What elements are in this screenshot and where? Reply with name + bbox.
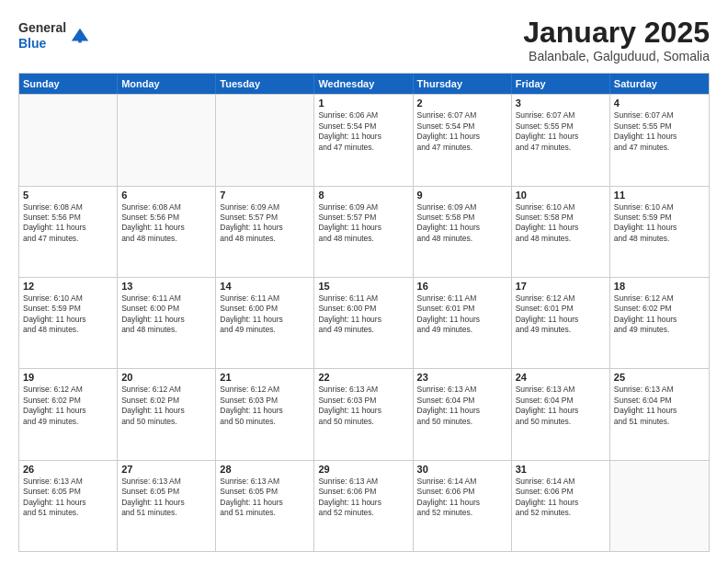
cell-info-line: Sunset: 6:04 PM: [417, 396, 507, 406]
calendar-cell: 30Sunrise: 6:14 AMSunset: 6:06 PMDayligh…: [414, 461, 512, 551]
day-number: 19: [23, 372, 113, 383]
cell-info-line: and 51 minutes.: [121, 508, 211, 518]
logo-icon: [70, 26, 90, 46]
cell-info-line: and 49 minutes.: [220, 325, 310, 335]
cell-info-line: Daylight: 11 hours: [220, 498, 310, 508]
cell-info-line: Daylight: 11 hours: [417, 498, 507, 508]
cell-info-line: and 51 minutes.: [614, 417, 705, 427]
cell-info-line: Sunrise: 6:13 AM: [121, 477, 211, 487]
cell-info-line: Sunrise: 6:13 AM: [417, 385, 507, 395]
day-number: 8: [318, 190, 408, 201]
weekday-header: Tuesday: [216, 74, 314, 94]
day-number: 4: [614, 98, 705, 109]
cell-info-line: Sunset: 5:59 PM: [23, 304, 113, 314]
weekday-header: Saturday: [610, 74, 709, 94]
cell-info-line: Sunset: 5:58 PM: [516, 213, 606, 223]
day-number: 29: [318, 464, 408, 475]
cell-info-line: Sunrise: 6:12 AM: [121, 385, 211, 395]
cell-info-line: Sunrise: 6:08 AM: [23, 202, 113, 213]
calendar-cell: 27Sunrise: 6:13 AMSunset: 6:05 PMDayligh…: [118, 461, 216, 551]
cell-info-line: and 52 minutes.: [516, 508, 606, 518]
cell-info-line: and 48 minutes.: [516, 234, 606, 244]
cell-info-line: Sunset: 6:02 PM: [121, 396, 211, 406]
cell-info-line: Daylight: 11 hours: [121, 406, 211, 416]
cell-info-line: and 51 minutes.: [220, 508, 310, 518]
calendar-cell: 3Sunrise: 6:07 AMSunset: 5:55 PMDaylight…: [512, 95, 610, 185]
cell-info-line: and 49 minutes.: [23, 417, 113, 427]
cell-info-line: Sunrise: 6:12 AM: [516, 293, 606, 304]
day-number: 15: [318, 281, 408, 292]
cell-info-line: Sunset: 6:06 PM: [417, 487, 507, 497]
day-number: 16: [417, 281, 507, 292]
cell-info-line: Daylight: 11 hours: [417, 315, 507, 325]
cell-info-line: Sunset: 6:02 PM: [23, 396, 113, 406]
day-number: 25: [614, 372, 705, 383]
cell-info-line: and 47 minutes.: [516, 143, 606, 153]
cell-info-line: and 50 minutes.: [121, 417, 211, 427]
cell-info-line: Sunset: 6:00 PM: [121, 304, 211, 314]
cell-info-line: Sunrise: 6:10 AM: [23, 293, 113, 304]
cell-info-line: Daylight: 11 hours: [23, 406, 113, 416]
cell-info-line: and 50 minutes.: [417, 417, 507, 427]
cell-info-line: Sunset: 6:03 PM: [220, 396, 310, 406]
cell-info-line: Daylight: 11 hours: [220, 223, 310, 233]
calendar-cell: 8Sunrise: 6:09 AMSunset: 5:57 PMDaylight…: [314, 187, 413, 277]
day-number: 10: [516, 190, 606, 201]
weekday-header: Sunday: [19, 74, 118, 94]
cell-info-line: Sunset: 5:57 PM: [318, 213, 408, 223]
cell-info-line: and 48 minutes.: [121, 325, 211, 335]
cell-info-line: Sunset: 6:00 PM: [220, 304, 310, 314]
cell-info-line: Daylight: 11 hours: [417, 406, 507, 416]
day-number: 26: [23, 464, 113, 475]
calendar-cell: 14Sunrise: 6:11 AMSunset: 6:00 PMDayligh…: [216, 278, 314, 368]
cell-info-line: and 48 minutes.: [614, 234, 705, 244]
cell-info-line: Sunrise: 6:10 AM: [516, 202, 606, 213]
calendar-cell: 24Sunrise: 6:13 AMSunset: 6:04 PMDayligh…: [512, 369, 610, 459]
calendar-row: 19Sunrise: 6:12 AMSunset: 6:02 PMDayligh…: [19, 368, 709, 459]
cell-info-line: Sunrise: 6:13 AM: [318, 477, 408, 487]
day-number: 27: [121, 464, 211, 475]
day-number: 7: [220, 190, 310, 201]
day-number: 2: [417, 98, 507, 109]
cell-info-line: Daylight: 11 hours: [417, 223, 507, 233]
title-block: January 2025 Balanbale, Galguduud, Somal…: [523, 17, 710, 63]
calendar-header: SundayMondayTuesdayWednesdayThursdayFrid…: [19, 74, 709, 94]
calendar-cell: 4Sunrise: 6:07 AMSunset: 5:55 PMDaylight…: [610, 95, 709, 185]
calendar-row: 5Sunrise: 6:08 AMSunset: 5:56 PMDaylight…: [19, 186, 709, 277]
calendar-cell: [216, 95, 314, 185]
cell-info-line: Daylight: 11 hours: [417, 132, 507, 142]
cell-info-line: Sunset: 6:03 PM: [318, 396, 408, 406]
cell-info-line: and 49 minutes.: [417, 325, 507, 335]
cell-info-line: Daylight: 11 hours: [121, 223, 211, 233]
logo-general: General: [18, 20, 66, 35]
cell-info-line: Sunset: 6:04 PM: [516, 396, 606, 406]
day-number: 20: [121, 372, 211, 383]
weekday-header: Monday: [118, 74, 216, 94]
cell-info-line: and 47 minutes.: [417, 143, 507, 153]
calendar-cell: 20Sunrise: 6:12 AMSunset: 6:02 PMDayligh…: [118, 369, 216, 459]
day-number: 17: [516, 281, 606, 292]
cell-info-line: Sunset: 6:06 PM: [318, 487, 408, 497]
day-number: 28: [220, 464, 310, 475]
cell-info-line: and 48 minutes.: [23, 325, 113, 335]
cell-info-line: Sunrise: 6:14 AM: [417, 477, 507, 487]
calendar-cell: 9Sunrise: 6:09 AMSunset: 5:58 PMDaylight…: [414, 187, 512, 277]
day-number: 3: [516, 98, 606, 109]
cell-info-line: Daylight: 11 hours: [614, 223, 705, 233]
calendar-cell: 11Sunrise: 6:10 AMSunset: 5:59 PMDayligh…: [610, 187, 709, 277]
cell-info-line: Sunset: 6:06 PM: [516, 487, 606, 497]
cell-info-line: Daylight: 11 hours: [23, 498, 113, 508]
cell-info-line: Daylight: 11 hours: [318, 498, 408, 508]
calendar-cell: 1Sunrise: 6:06 AMSunset: 5:54 PMDaylight…: [314, 95, 413, 185]
calendar-cell: 2Sunrise: 6:07 AMSunset: 5:54 PMDaylight…: [414, 95, 512, 185]
cell-info-line: Daylight: 11 hours: [220, 406, 310, 416]
cell-info-line: Daylight: 11 hours: [23, 223, 113, 233]
cell-info-line: Sunrise: 6:13 AM: [23, 477, 113, 487]
cell-info-line: Daylight: 11 hours: [220, 315, 310, 325]
logo: General Blue: [18, 20, 92, 52]
calendar-cell: 15Sunrise: 6:11 AMSunset: 6:00 PMDayligh…: [314, 278, 413, 368]
cell-info-line: Daylight: 11 hours: [318, 132, 408, 142]
calendar-cell: 28Sunrise: 6:13 AMSunset: 6:05 PMDayligh…: [216, 461, 314, 551]
cell-info-line: Sunrise: 6:06 AM: [318, 110, 408, 121]
cell-info-line: and 49 minutes.: [614, 325, 705, 335]
